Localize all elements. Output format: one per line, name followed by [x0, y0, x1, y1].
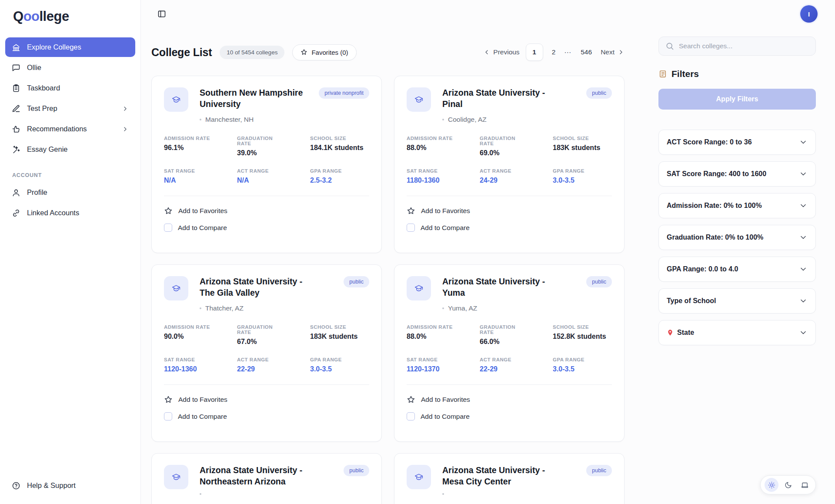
college-count-badge: 10 of 5454 colleges: [220, 46, 284, 59]
filters-panel: Filters Apply Filters ACT Score Range: 0…: [658, 30, 816, 504]
user-icon: [12, 188, 20, 197]
system-theme-button[interactable]: [798, 478, 812, 492]
filter-gpa-range[interactable]: GPA Range: 0.0 to 4.0: [658, 257, 816, 282]
filter-type-of-school[interactable]: Type of School: [658, 288, 816, 314]
stat-graduation-rate: GRADUATION RATE 67.0%: [237, 324, 310, 346]
chevron-left-icon: [483, 49, 490, 56]
sidebar-item-label: Linked Accounts: [27, 209, 79, 217]
college-type-badge: public: [586, 276, 612, 287]
college-avatar: [407, 276, 431, 300]
filter-admission-rate[interactable]: Admission Rate: 0% to 100%: [658, 193, 816, 218]
star-icon: [301, 49, 307, 56]
stat-value: 1180-1360: [407, 177, 480, 184]
card-header: Arizona State University - The Gila Vall…: [164, 276, 369, 300]
stat-graduation-rate: GRADUATION RATE 66.0%: [480, 324, 553, 346]
college-location-text: Yuma, AZ: [448, 304, 477, 312]
next-page-button[interactable]: Next: [601, 48, 625, 56]
add-to-favorites-button[interactable]: Add to Favorites: [407, 204, 612, 217]
apply-filters-button[interactable]: Apply Filters: [658, 89, 816, 110]
add-to-compare-row[interactable]: Add to Compare: [407, 221, 612, 234]
stat-label: ADMISSION RATE: [164, 136, 237, 141]
sidebar-item-essay-genie[interactable]: Essay Genie: [5, 140, 135, 159]
add-to-favorites-label: Add to Favorites: [421, 396, 470, 404]
sidebar-item-recommendations[interactable]: Recommendations: [5, 119, 135, 139]
dark-theme-button[interactable]: [781, 478, 795, 492]
location-dot: [442, 307, 444, 309]
filter-label: GPA Range: 0.0 to 4.0: [667, 265, 738, 273]
stat-value: 1120-1360: [164, 365, 237, 373]
add-to-favorites-button[interactable]: Add to Favorites: [164, 393, 369, 406]
compare-checkbox[interactable]: [164, 224, 172, 232]
location-dot: [442, 119, 444, 120]
sidebar-item-profile[interactable]: Profile: [5, 183, 135, 202]
page-button-1[interactable]: 1: [526, 43, 543, 61]
add-to-favorites-button[interactable]: Add to Favorites: [164, 204, 369, 217]
search-input[interactable]: [679, 42, 809, 50]
college-card: Arizona State University - Northeastern …: [151, 453, 382, 504]
stat-school-size: SCHOOL SIZE 183K students: [553, 136, 612, 157]
pagination: Previous 1 2 ⋯ 546 Next: [483, 43, 625, 61]
filter-label: ACT Score Range: 0 to 36: [667, 138, 752, 146]
sidebar-account-nav: Profile Linked Accounts: [5, 183, 135, 223]
sidebar-item-label: Profile: [27, 188, 47, 197]
stat-label: SAT RANGE: [164, 168, 237, 174]
stat-value: 96.1%: [164, 144, 237, 152]
theme-toggle: [760, 475, 816, 494]
card-header: Southern New Hampshire University privat…: [164, 87, 369, 112]
filter-sat-score-range[interactable]: SAT Score Range: 400 to 1600: [658, 161, 816, 187]
compare-checkbox[interactable]: [407, 412, 415, 421]
magic-wand-icon: [12, 145, 20, 154]
chevron-down-icon: [799, 201, 808, 210]
sidebar-toggle-button[interactable]: [157, 10, 166, 18]
user-avatar[interactable]: I: [800, 5, 818, 23]
chat-icon: [12, 63, 20, 72]
sun-icon: [768, 481, 775, 489]
stat-value: N/A: [164, 177, 237, 184]
graduation-cap-icon: [414, 473, 423, 481]
chevron-right-icon: [122, 105, 129, 112]
sidebar-item-test-prep[interactable]: Test Prep: [5, 99, 135, 118]
chevron-down-icon: [799, 265, 808, 274]
favorites-button[interactable]: Favorites (0): [292, 44, 356, 60]
filter-label: Admission Rate: 0% to 100%: [667, 202, 762, 210]
sidebar-nav: Explore Colleges Ollie Taskboard Test Pr…: [5, 37, 135, 159]
add-to-compare-row[interactable]: Add to Compare: [164, 221, 369, 234]
stat-gpa-range: GPA RANGE 3.0-3.5: [553, 357, 612, 373]
add-to-compare-row[interactable]: Add to Compare: [407, 410, 612, 423]
add-to-compare-row[interactable]: Add to Compare: [164, 410, 369, 423]
sidebar-item-linked-accounts[interactable]: Linked Accounts: [5, 203, 135, 223]
college-location: Thatcher, AZ: [200, 304, 369, 312]
compare-checkbox[interactable]: [164, 412, 172, 421]
add-to-favorites-button[interactable]: Add to Favorites: [407, 393, 612, 406]
college-stats: ADMISSION RATE 88.0% GRADUATION RATE 66.…: [407, 324, 612, 373]
stat-value: 88.0%: [407, 333, 480, 340]
sidebar-item-ollie[interactable]: Ollie: [5, 58, 135, 77]
filter-act-score-range[interactable]: ACT Score Range: 0 to 36: [658, 130, 816, 155]
location-dot: [200, 119, 201, 120]
light-theme-button[interactable]: [765, 478, 778, 492]
pencil-icon: [12, 104, 20, 113]
stat-label: GPA RANGE: [310, 168, 369, 174]
sidebar-item-label: Taskboard: [27, 84, 60, 92]
page-button-2[interactable]: 2: [549, 47, 558, 58]
next-label: Next: [601, 48, 615, 56]
sidebar-item-help-support[interactable]: Help & Support: [5, 476, 135, 495]
college-avatar: [164, 276, 188, 300]
stat-value: 66.0%: [480, 338, 553, 346]
compare-checkbox[interactable]: [407, 224, 415, 232]
clipboard-icon: [12, 84, 20, 93]
stat-label: ACT RANGE: [237, 168, 310, 174]
stat-graduation-rate: GRADUATION RATE 39.0%: [237, 136, 310, 157]
filter-graduation-rate[interactable]: Graduation Rate: 0% to 100%: [658, 225, 816, 250]
sidebar-item-explore-colleges[interactable]: Explore Colleges: [5, 37, 135, 57]
previous-page-button[interactable]: Previous: [483, 48, 519, 56]
stat-value: 69.0%: [480, 149, 553, 157]
page-button-last[interactable]: 546: [578, 47, 595, 58]
star-icon: [164, 207, 173, 215]
stat-label: SAT RANGE: [164, 357, 237, 362]
add-to-compare-label: Add to Compare: [421, 413, 470, 421]
college-name: Arizona State University - Pinal: [442, 87, 551, 110]
sidebar-item-taskboard[interactable]: Taskboard: [5, 78, 135, 98]
stat-act-range: ACT RANGE 22-29: [480, 357, 553, 373]
filter-state[interactable]: State: [658, 320, 816, 345]
